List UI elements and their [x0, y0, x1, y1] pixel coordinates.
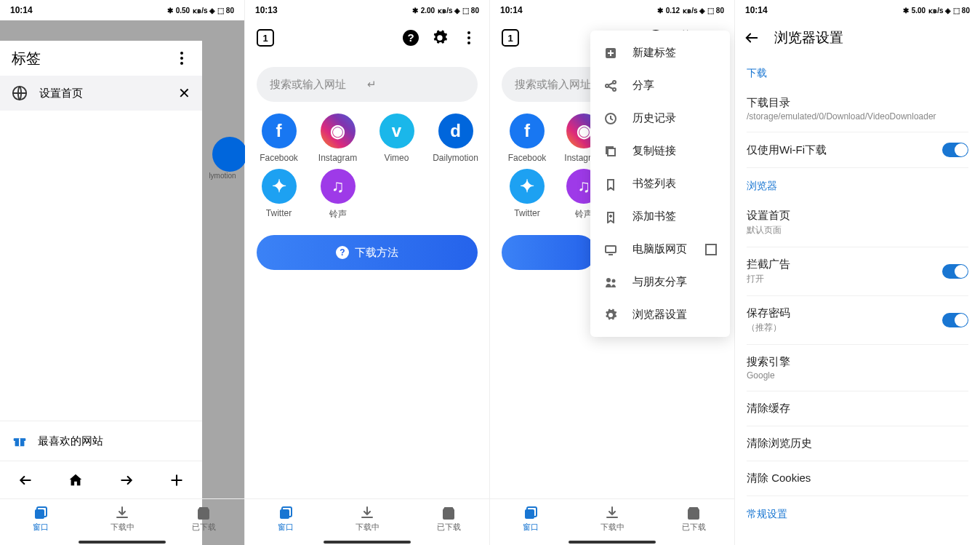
download-method-button[interactable]: ? 下载方法 — [257, 235, 478, 270]
gesture-handle — [569, 541, 656, 544]
menu-item-3[interactable]: 复制链接 — [590, 135, 730, 167]
bottom-nav: 窗口 下载中 已下载 — [245, 498, 489, 539]
gear-icon[interactable] — [425, 23, 454, 52]
savepw-row[interactable]: 保存密码（推荐） — [747, 296, 968, 345]
menu-item-4[interactable]: 书签列表 — [590, 167, 730, 200]
settings-header: 浏览器设置 — [735, 20, 980, 55]
nav-downloaded[interactable]: 已下载 — [163, 499, 244, 539]
svg-rect-6 — [19, 438, 20, 446]
more-icon[interactable] — [167, 44, 196, 73]
menu-item-2[interactable]: 历史记录 — [590, 102, 730, 135]
back-icon[interactable] — [0, 461, 51, 498]
forward-icon[interactable] — [101, 461, 152, 498]
search-input[interactable]: 搜索或输入网址 ↵ — [257, 67, 478, 102]
vm-icon: v — [379, 114, 414, 148]
nav-tabs[interactable]: 窗口 — [490, 499, 571, 539]
clearcache-row[interactable]: 清除缓存 — [747, 391, 968, 426]
nav-downloaded[interactable]: 已下载 — [408, 499, 489, 539]
nav-downloading[interactable]: 下载中 — [81, 499, 163, 539]
nav-downloading[interactable]: 下载中 — [571, 499, 653, 539]
screen-browser-menu: 10:14 ✱ 0.12 ᴋʙ/s ◈ ⬚ 80 1 ? 搜索或输入网址 f F… — [490, 0, 735, 545]
help-badge-icon: ? — [336, 246, 349, 259]
menu-icon — [603, 243, 618, 256]
tab-item[interactable]: 设置首页 ✕ — [0, 76, 202, 111]
svg-text:?: ? — [407, 31, 414, 44]
menu-icon — [603, 276, 618, 289]
wifi-only-row[interactable]: 仅使用Wi-Fi下载 — [747, 132, 968, 168]
menu-item-8[interactable]: 浏览器设置 — [590, 298, 730, 331]
status-bar: 10:14 ✱ 0.50 ᴋʙ/s ◈ ⬚ 80 — [0, 0, 244, 20]
nav-downloading[interactable]: 下载中 — [326, 499, 408, 539]
gift-icon — [12, 433, 28, 449]
home-icon[interactable] — [51, 461, 102, 498]
toggle-on[interactable] — [942, 143, 968, 157]
status-bar: 10:14 ✱ 5.00 ᴋʙ/s ◈ ⬚ 80 — [735, 0, 980, 20]
svg-point-2 — [180, 62, 183, 65]
menu-item-7[interactable]: 与朋友分享 — [590, 266, 730, 298]
svg-point-11 — [467, 31, 470, 34]
section-download: 下载 — [747, 55, 968, 86]
svg-point-0 — [180, 52, 183, 55]
menu-icon — [603, 210, 618, 223]
nav-tabs[interactable]: 窗口 — [0, 499, 81, 539]
svg-point-29 — [612, 279, 616, 282]
checkbox[interactable] — [705, 244, 717, 255]
tabs-button[interactable]: 1 — [251, 23, 280, 52]
tw-icon: ✦ — [510, 169, 545, 204]
close-icon[interactable]: ✕ — [178, 84, 190, 102]
svg-rect-30 — [525, 509, 534, 519]
bottom-nav: 窗口 下载中 已下载 — [490, 498, 734, 539]
site-tw[interactable]: ✦ Twitter — [252, 169, 305, 220]
globe-icon — [12, 85, 28, 101]
nav-arrows — [0, 461, 202, 498]
nav-downloaded[interactable]: 已下载 — [653, 499, 734, 539]
svg-point-12 — [467, 36, 470, 39]
menu-item-1[interactable]: 分享 — [590, 69, 730, 102]
tab-label: 设置首页 — [39, 87, 166, 100]
menu-item-5[interactable]: 添加书签 — [590, 200, 730, 233]
site-fb[interactable]: f Facebook — [252, 114, 305, 163]
menu-item-6[interactable]: 电脑版网页 — [590, 233, 730, 266]
svg-point-1 — [180, 57, 183, 60]
menu-icon — [603, 79, 618, 92]
more-icon[interactable] — [454, 23, 483, 52]
clearck-row[interactable]: 清除 Cookies — [747, 461, 968, 496]
site-rt[interactable]: ♫ 铃声 — [311, 169, 364, 220]
gesture-handle — [79, 541, 166, 544]
ig-icon: ◉ — [321, 114, 356, 148]
site-ig[interactable]: ◉ Instagram — [311, 114, 364, 163]
homepage-row[interactable]: 设置首页默认页面 — [747, 199, 968, 247]
svg-rect-26 — [608, 148, 615, 156]
menu-icon — [603, 178, 618, 191]
site-tw[interactable]: ✦ Twitter — [502, 169, 553, 220]
svg-rect-27 — [606, 246, 616, 252]
engine-row[interactable]: 搜索引擎Google — [747, 345, 968, 391]
toggle-on[interactable] — [942, 264, 968, 279]
toggle-on[interactable] — [942, 313, 968, 327]
clearhist-row[interactable]: 清除浏览历史 — [747, 426, 968, 461]
site-fb[interactable]: f Facebook — [502, 114, 553, 163]
overflow-menu: 新建标签 分享 历史记录 复制链接 书签列表 添加书签 电脑版网页 与朋友分享 — [590, 31, 730, 337]
tabs-button[interactable]: 1 — [496, 23, 525, 52]
menu-item-0[interactable]: 新建标签 — [590, 36, 730, 69]
dm-icon: d — [438, 114, 473, 148]
drawer-title: 标签 — [6, 49, 167, 68]
svg-point-13 — [467, 41, 470, 44]
fb-icon: f — [510, 114, 545, 148]
screen-tabs-drawer: 10:14 ✱ 0.50 ᴋʙ/s ◈ ⬚ 80 lymotion 标签 设置首… — [0, 0, 245, 545]
download-method-button[interactable] — [502, 235, 596, 270]
nav-tabs[interactable]: 窗口 — [245, 499, 326, 539]
svg-point-22 — [613, 81, 616, 84]
menu-icon — [603, 112, 618, 125]
site-vm[interactable]: v Vimeo — [370, 114, 423, 163]
tabs-drawer: 标签 设置首页 ✕ 最喜欢的网站 — [0, 41, 202, 545]
screen-browser-home: 10:13 ✱ 2.00 ᴋʙ/s ◈ ⬚ 80 1 ? 搜索或输入网址 ↵ f… — [245, 0, 490, 545]
back-icon[interactable] — [744, 30, 760, 46]
site-dm[interactable]: d Dailymotion — [429, 114, 482, 163]
favorites-row[interactable]: 最喜欢的网站 — [0, 421, 202, 461]
download-dir-row[interactable]: 下载目录/storage/emulated/0/Download/VideoDo… — [747, 86, 968, 132]
add-icon[interactable] — [152, 461, 203, 498]
svg-rect-14 — [280, 509, 289, 519]
help-icon[interactable]: ? — [396, 23, 425, 52]
adblock-row[interactable]: 拦截广告打开 — [747, 247, 968, 296]
